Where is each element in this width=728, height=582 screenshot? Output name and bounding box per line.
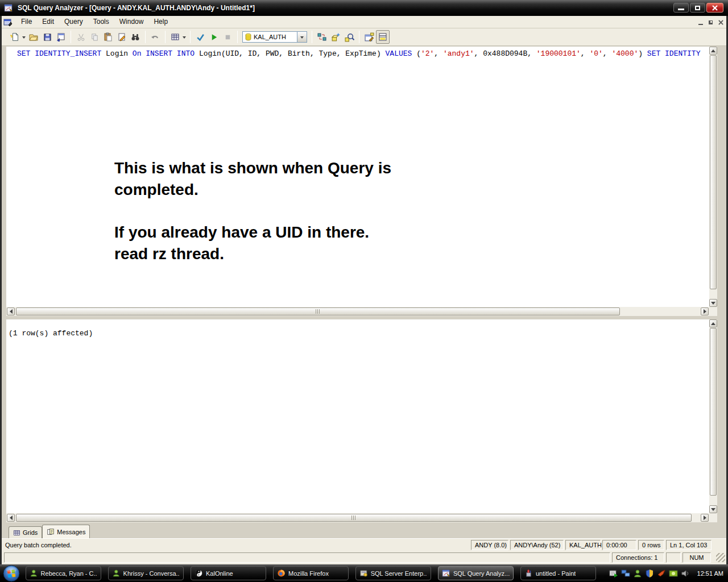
database-combo[interactable]: KAL_AUTH xyxy=(242,31,307,43)
results-vscroll-thumb[interactable] xyxy=(710,328,717,496)
insert-template-button[interactable] xyxy=(54,30,68,44)
cancel-query-button[interactable] xyxy=(221,30,234,44)
resize-grip-icon[interactable] xyxy=(716,553,725,562)
messages-tab-icon xyxy=(47,528,55,536)
taskbar-task-paint[interactable]: untitled - Paint xyxy=(520,566,596,580)
menu-query[interactable]: Query xyxy=(59,16,88,28)
show-results-pane-button[interactable] xyxy=(376,30,390,44)
toolbar: KAL_AUTH xyxy=(0,28,728,46)
start-button[interactable] xyxy=(3,565,20,582)
editor-hscroll-right-button[interactable] xyxy=(701,307,709,315)
mdi-close-icon xyxy=(718,20,723,25)
sql-token: '2' xyxy=(421,49,434,58)
results-pane[interactable]: (1 row(s) affected) xyxy=(6,319,709,513)
mdi-minimize-button[interactable] xyxy=(696,19,705,26)
edit-template-icon xyxy=(117,32,126,41)
object-browser-button[interactable] xyxy=(329,30,342,44)
editor-vscroll-down-button[interactable] xyxy=(709,299,717,307)
open-button[interactable] xyxy=(27,30,40,44)
new-query-dropdown-icon[interactable] xyxy=(22,36,26,40)
object-search-button[interactable] xyxy=(342,30,356,44)
editor-vscroll-up-button[interactable] xyxy=(709,47,717,55)
menu-file[interactable]: File xyxy=(16,16,37,28)
editor-hscrollbar[interactable] xyxy=(6,307,709,316)
editor-hscroll-left-button[interactable] xyxy=(7,307,15,315)
msn-buddy-icon xyxy=(30,569,38,577)
menu-edit[interactable]: Edit xyxy=(37,16,59,28)
editor-hscroll-thumb[interactable] xyxy=(16,307,620,315)
task-label: untitled - Paint xyxy=(536,570,576,577)
enterprise-manager-icon xyxy=(359,569,368,577)
database-combo-dropdown-button[interactable] xyxy=(297,32,307,42)
results-hscroll-thumb[interactable] xyxy=(16,514,692,522)
mdi-child-icon xyxy=(3,18,13,27)
horn-icon[interactable] xyxy=(657,569,666,578)
execute-query-button[interactable] xyxy=(207,30,221,44)
find-button[interactable] xyxy=(129,30,142,44)
taskbar-task-rebecca[interactable]: Rebecca, Ryan - C... xyxy=(26,566,101,580)
network-messenger-icon[interactable] xyxy=(621,569,630,578)
taskbar-task-query-analyzer[interactable]: SQL Query Analyz... xyxy=(438,566,514,580)
close-button[interactable] xyxy=(706,3,723,13)
copy-button[interactable] xyxy=(88,30,101,44)
scrollbar-corner xyxy=(709,307,717,316)
sql-token: INSERT INTO xyxy=(146,49,199,58)
sql-token: , xyxy=(603,49,612,58)
save-button[interactable] xyxy=(40,30,54,44)
editor-vscroll-thumb[interactable] xyxy=(710,55,717,289)
scroll-grip-icon xyxy=(316,309,321,314)
security-shield-icon[interactable] xyxy=(645,569,654,578)
sql-token: , xyxy=(434,49,443,58)
menu-help[interactable]: Help xyxy=(148,16,173,28)
tab-messages[interactable]: Messages xyxy=(42,525,90,538)
menu-window[interactable]: Window xyxy=(114,16,149,28)
mdi-restore-button[interactable] xyxy=(706,19,715,26)
taskbar-task-firefox[interactable]: Mozilla Firefox xyxy=(273,566,349,580)
cut-button[interactable] xyxy=(74,30,88,44)
taskbar-task-enterprise-manager[interactable]: SQL Server Enterp... xyxy=(355,566,431,580)
status-database: KAL_AUTH xyxy=(565,540,601,550)
statusbar-row2: Connections: 1 NUM xyxy=(2,551,726,564)
execution-mode-button[interactable] xyxy=(315,30,329,44)
results-vscroll-down-button[interactable] xyxy=(709,505,717,513)
paste-button[interactable] xyxy=(101,30,115,44)
undo-button[interactable] xyxy=(148,30,162,44)
arrow-up-icon xyxy=(711,47,715,52)
tab-grids-label: Grids xyxy=(23,529,38,536)
execution-mode-icon xyxy=(317,32,326,41)
results-vscrollbar[interactable] xyxy=(709,319,717,513)
mdi-close-button[interactable] xyxy=(717,19,725,26)
results-hscrollbar[interactable] xyxy=(6,513,709,522)
results-hscroll-right-button[interactable] xyxy=(701,514,709,522)
taskbar-task-kalonline[interactable]: KalOnline xyxy=(191,566,266,580)
display-results-mode-dropdown-icon[interactable] xyxy=(183,36,186,40)
sql-token: VALUES xyxy=(386,49,417,58)
display-settings-icon[interactable] xyxy=(669,569,678,578)
status-empty-cell xyxy=(666,552,681,563)
new-query-button[interactable] xyxy=(8,30,22,44)
msn-buddy-tray-icon[interactable] xyxy=(633,569,642,578)
taskbar-task-khrissy[interactable]: Khrissy - Conversa... xyxy=(108,566,184,580)
editor-vscrollbar[interactable] xyxy=(709,47,717,307)
menu-tools[interactable]: Tools xyxy=(88,16,114,28)
sql-token: SET IDENTITY_INSERT xyxy=(17,49,106,58)
volume-icon[interactable] xyxy=(681,569,690,578)
sql-editor[interactable]: SET IDENTITY_INSERT Login On INSERT INTO… xyxy=(6,47,709,307)
taskbar: Rebecca, Ryan - C... Khrissy - Conversa.… xyxy=(0,564,728,582)
sql-server-service-icon[interactable] xyxy=(609,569,618,578)
minimize-button[interactable] xyxy=(673,3,689,13)
sql-token: SET IDENTITY xyxy=(647,49,701,58)
tab-grids[interactable]: Grids xyxy=(9,526,42,538)
sql-token: Login xyxy=(106,49,133,58)
windows-start-icon xyxy=(3,565,20,582)
results-vscroll-up-button[interactable] xyxy=(709,319,717,327)
display-results-mode-button[interactable] xyxy=(168,30,182,44)
maximize-button[interactable] xyxy=(690,3,705,13)
connection-properties-button[interactable] xyxy=(362,30,376,44)
parse-query-button[interactable] xyxy=(193,30,207,44)
status-message: Query batch completed. xyxy=(2,542,471,548)
edit-template-button[interactable] xyxy=(115,30,129,44)
results-hscroll-left-button[interactable] xyxy=(7,514,15,522)
firefox-icon xyxy=(277,569,286,577)
status-connections: Connections: 1 xyxy=(612,552,664,563)
